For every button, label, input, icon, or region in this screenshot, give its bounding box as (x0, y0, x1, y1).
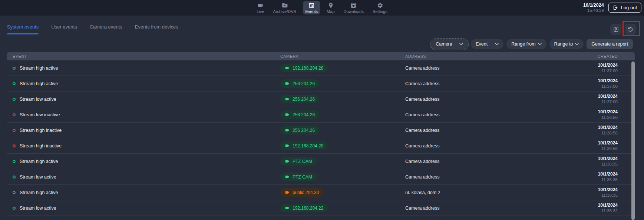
event-name: Stream low active (20, 174, 56, 180)
table-row[interactable]: Stream high active 192.168.204.28 Camera… (7, 60, 635, 76)
camera-name: 256 204.26 (293, 97, 315, 102)
created-cell: 10/1/2024 11:37:00 (574, 63, 635, 73)
event-cell: Stream high active (7, 66, 280, 71)
table-row[interactable]: Stream low inactive 256 204.26 Camera ad… (7, 107, 635, 123)
column-header-created: CREATED (574, 54, 635, 59)
nav-item-map[interactable]: Map (324, 1, 337, 14)
table-row[interactable]: Stream high inactive 192.168.204.28 Came… (7, 138, 635, 154)
created-cell: 10/1/2024 11:37:00 (574, 78, 635, 89)
nav-label: Archive/DVR (273, 9, 297, 14)
dropdown-label: Camera (436, 41, 452, 47)
range-to-dropdown[interactable]: Range to (549, 39, 584, 49)
camera-badge[interactable]: public 204.30 (280, 188, 323, 197)
camera-address: Camera address (405, 206, 574, 211)
table-scrollbar[interactable] (631, 61, 635, 220)
created-date: 10/1/2024 (574, 109, 618, 115)
created-time: 11:37:00 (574, 99, 618, 104)
event-name: Stream high active (20, 81, 58, 86)
tab-user-events[interactable]: User events (51, 24, 77, 34)
column-header-camera: CAMERA (280, 54, 405, 59)
table-row[interactable]: Stream low active 256 204.26 Camera addr… (7, 91, 635, 107)
camera-badge[interactable]: PTZ CAM (280, 173, 317, 181)
camera-badge[interactable]: PTZ CAM (280, 157, 317, 166)
dropdown-label: Range to (554, 41, 573, 47)
range-from-dropdown[interactable]: Range from (506, 39, 546, 49)
camera-address: Camera address (405, 174, 574, 180)
video-camera-icon (257, 2, 264, 9)
tab-camera-events[interactable]: Camera events (90, 24, 122, 34)
event-cell: Stream high active (7, 159, 280, 164)
event-name: Stream low inactive (20, 112, 60, 117)
report-view-button[interactable] (610, 24, 621, 35)
camera-badge[interactable]: 256 204.26 (280, 126, 319, 134)
journal-icon (613, 26, 619, 33)
table-row[interactable]: Stream high active public 204.30 ul. kol… (7, 185, 635, 200)
camera-badge[interactable]: 256 204.26 (280, 110, 319, 119)
camera-icon (285, 97, 290, 101)
tab-events-from-devices[interactable]: Events from devices (135, 24, 178, 34)
event-filter-dropdown[interactable]: Event (471, 39, 503, 49)
camera-badge[interactable]: 256 204.26 (280, 95, 319, 103)
camera-cell: 256 204.26 (280, 126, 405, 134)
created-date: 10/1/2024 (574, 78, 618, 84)
nav-item-events[interactable]: Events (303, 1, 320, 14)
created-date: 10/1/2024 (574, 171, 618, 177)
created-time: 11:37:00 (574, 84, 618, 89)
table-row[interactable]: Stream high active 256 204.26 Camera add… (7, 76, 635, 91)
camera-cell: 192.168.204.22 (280, 204, 405, 212)
camera-name: 256 204.26 (293, 81, 315, 86)
camera-badge[interactable]: 192.168.204.22 (280, 204, 328, 212)
camera-cell: public 204.30 (280, 188, 405, 197)
status-ring-icon (13, 98, 16, 101)
camera-name: 192.168.204.28 (293, 66, 323, 71)
tab-label: Camera events (90, 24, 122, 30)
status-ring-icon (13, 207, 16, 210)
camera-icon (285, 190, 290, 195)
camera-badge[interactable]: 256 204.26 (280, 79, 319, 88)
created-time: 11:36:35 (574, 161, 618, 167)
status-ring-icon (13, 176, 16, 179)
event-name: Stream high active (20, 159, 58, 164)
table-row[interactable]: Stream low active PTZ CAM Camera address… (7, 169, 635, 185)
created-date: 10/1/2024 (574, 125, 618, 130)
camera-filter-dropdown[interactable]: Camera (431, 39, 468, 49)
tab-system-events[interactable]: System events (7, 24, 39, 34)
nav-item-archive-dvr[interactable]: Archive/DVR (271, 1, 299, 14)
downloads-icon (350, 2, 357, 9)
table-row[interactable]: Stream high inactive 256 204.26 Camera a… (7, 123, 635, 138)
refresh-button[interactable] (625, 24, 636, 35)
camera-badge[interactable]: 192.168.204.28 (280, 64, 328, 72)
dropdown-label: Range from (511, 41, 535, 47)
nav-label: Events (305, 9, 318, 14)
created-cell: 10/1/2024 11:36:56 (574, 125, 635, 136)
nav-item-downloads[interactable]: Downloads (341, 1, 366, 14)
camera-icon (285, 66, 290, 70)
created-time: 11:36:56 (574, 146, 618, 151)
created-cell: 10/1/2024 11:36:32 (574, 203, 635, 213)
calendar-icon (308, 2, 315, 9)
logout-icon (613, 5, 618, 10)
tab-label: System events (7, 24, 39, 30)
nav-item-live[interactable]: Live (254, 1, 267, 14)
created-date: 10/1/2024 (574, 156, 618, 161)
camera-icon (285, 112, 290, 117)
camera-badge[interactable]: 192.168.204.28 (280, 141, 328, 150)
camera-icon (285, 174, 290, 179)
camera-address: Camera address (405, 112, 574, 117)
status-ring-icon (13, 113, 16, 116)
event-cell: Stream high inactive (7, 143, 280, 149)
archive-folder-icon (281, 2, 288, 9)
status-ring-icon (13, 191, 16, 194)
created-cell: 10/1/2024 11:36:56 (574, 140, 635, 151)
table-row[interactable]: Stream low active 192.168.204.22 Camera … (7, 200, 635, 216)
logout-button[interactable]: Log out (608, 3, 641, 13)
event-name: Stream high active (20, 190, 58, 195)
table-row[interactable]: Stream high active PTZ CAM Camera addres… (7, 154, 635, 169)
created-date: 10/1/2024 (574, 63, 618, 68)
generate-report-button[interactable]: Generate a report (587, 39, 633, 49)
event-cell: Stream low active (7, 174, 280, 180)
created-time: 11:36:56 (574, 115, 618, 120)
events-table: EVENT CAMERA ADDRESS CREATED Stream high… (7, 52, 635, 220)
camera-address: ul. kolasa, dom 2 (405, 190, 574, 195)
nav-item-settings[interactable]: Settings (370, 1, 390, 14)
